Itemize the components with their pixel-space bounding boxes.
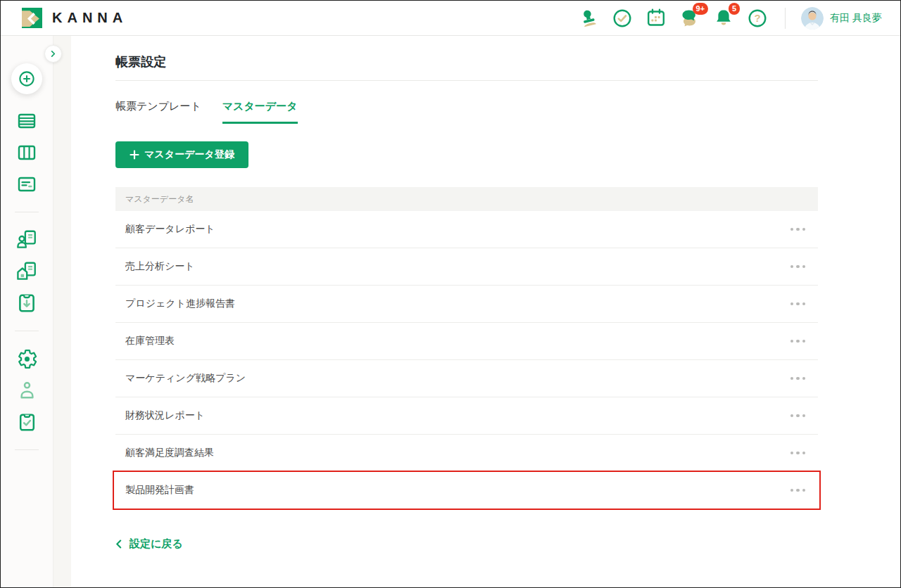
ellipsis-dot (802, 340, 806, 343)
main-content: 帳票設定 帳票テンプレート マスターデータ マスターデータ登録 マスターデータ名… (71, 36, 900, 587)
ellipsis-dot (802, 489, 806, 492)
row-label: 製品開発計画書 (125, 484, 194, 497)
sidebar-divider (15, 331, 39, 331)
ellipsis-dot (796, 228, 800, 231)
topbar-icon-nav: 9+ 5 ? (578, 8, 768, 29)
brand-name: KANNA (52, 10, 127, 26)
ellipsis-dot (802, 377, 806, 381)
row-more-button[interactable] (788, 298, 809, 310)
table-body: 顧客データレポート 売上分析シート プロジェクト進捗報告書 在庫管理表 (115, 211, 818, 509)
ellipsis-dot (790, 340, 794, 343)
ellipsis-dot (790, 377, 794, 381)
register-button-label: マスターデータ登録 (144, 148, 234, 161)
row-more-button[interactable] (788, 410, 809, 422)
sidebar-expand-button[interactable] (44, 45, 62, 63)
profile-icon[interactable] (15, 379, 38, 402)
approval-check-icon[interactable] (612, 8, 633, 29)
ellipsis-dot (790, 452, 794, 455)
sidebar-divider (15, 212, 39, 212)
row-label: 顧客データレポート (125, 223, 215, 236)
table-row[interactable]: 製品開発計画書 (115, 472, 818, 509)
ellipsis-dot (796, 377, 800, 381)
tab-master-data[interactable]: マスターデータ (222, 100, 298, 124)
row-more-button[interactable] (788, 485, 809, 497)
ellipsis-dot (796, 414, 800, 418)
ellipsis-dot (802, 228, 806, 231)
orders-received-icon[interactable] (15, 292, 38, 314)
table-row[interactable]: 顧客データレポート (115, 211, 818, 248)
projects-icon[interactable] (15, 260, 38, 283)
tasks-icon[interactable] (15, 411, 38, 433)
table-row[interactable]: プロジェクト進捗報告書 (115, 286, 818, 323)
svg-text:?: ? (755, 12, 761, 24)
create-new-button[interactable] (11, 63, 42, 94)
sidebar-divider (15, 449, 39, 450)
ellipsis-dot (796, 340, 800, 343)
row-more-button[interactable] (788, 335, 809, 347)
stamp-icon[interactable] (578, 8, 599, 29)
sidebar (1, 36, 53, 587)
ellipsis-dot (802, 452, 806, 455)
ellipsis-dot (790, 265, 794, 269)
ellipsis-dot (796, 265, 800, 269)
ellipsis-dot (796, 452, 800, 455)
calendar-icon[interactable] (645, 8, 667, 29)
chevron-left-icon (115, 539, 122, 549)
help-icon[interactable]: ? (747, 8, 768, 29)
row-label: 在庫管理表 (125, 335, 175, 347)
case-list-icon[interactable] (15, 110, 38, 132)
settings-gear-icon[interactable] (15, 347, 38, 370)
row-more-button[interactable] (788, 373, 809, 385)
ellipsis-dot (790, 228, 794, 231)
top-bar: KANNA (1, 1, 900, 36)
page-title: 帳票設定 (115, 54, 818, 70)
topbar-divider (785, 8, 786, 29)
notification-badge: 5 (729, 3, 740, 15)
title-divider (115, 80, 818, 81)
sidebar-group-main (15, 110, 38, 196)
table-row[interactable]: 在庫管理表 (115, 323, 818, 360)
ellipsis-dot (796, 302, 800, 306)
ellipsis-dot (790, 489, 794, 492)
back-link-label: 設定に戻る (130, 537, 183, 551)
row-label: 財務状況レポート (125, 409, 205, 422)
plus-icon (130, 150, 139, 160)
sidebar-group-settings (15, 347, 38, 433)
chat-badge: 9+ (693, 3, 709, 15)
row-label: プロジェクト進捗報告書 (125, 298, 235, 310)
ellipsis-dot (790, 414, 794, 418)
ellipsis-dot (790, 302, 794, 306)
ellipsis-dot (802, 302, 806, 306)
user-name: 有田 具良夢 (830, 12, 882, 25)
chat-icon[interactable]: 9+ (679, 8, 700, 29)
table-row[interactable]: 顧客満足度調査結果 (115, 435, 818, 472)
members-icon[interactable] (15, 229, 38, 251)
table-row[interactable]: 財務状況レポート (115, 397, 818, 435)
master-data-table: マスターデータ名 顧客データレポート 売上分析シート プロジェクト進捗報告書 在… (115, 187, 818, 509)
user-avatar[interactable] (801, 7, 824, 30)
row-more-button[interactable] (788, 447, 809, 459)
ellipsis-dot (802, 265, 806, 269)
app-body: 帳票設定 帳票テンプレート マスターデータ マスターデータ登録 マスターデータ名… (1, 36, 900, 587)
row-label: 顧客満足度調査結果 (125, 447, 214, 459)
tab-bar: 帳票テンプレート マスターデータ (115, 100, 818, 124)
ellipsis-dot (802, 414, 806, 418)
plus-circle-icon (17, 69, 37, 89)
notification-bell-icon[interactable]: 5 (713, 8, 734, 29)
report-icon[interactable] (15, 173, 38, 196)
row-label: マーケティング戦略プラン (125, 372, 246, 385)
back-to-settings-link[interactable]: 設定に戻る (115, 537, 183, 551)
table-header-row: マスターデータ名 (115, 187, 818, 211)
ellipsis-dot (796, 489, 800, 492)
row-label: 売上分析シート (125, 260, 195, 273)
register-master-data-button[interactable]: マスターデータ登録 (115, 141, 248, 168)
table-row[interactable]: マーケティング戦略プラン (115, 360, 818, 397)
column-header-master-data-name: マスターデータ名 (125, 193, 194, 205)
table-row[interactable]: 売上分析シート (115, 248, 818, 286)
board-view-icon[interactable] (15, 141, 38, 164)
row-more-button[interactable] (788, 224, 809, 236)
app-window: KANNA (0, 0, 901, 588)
row-more-button[interactable] (788, 261, 809, 273)
tab-form-template[interactable]: 帳票テンプレート (115, 100, 201, 124)
kanna-logo-icon (22, 8, 42, 28)
